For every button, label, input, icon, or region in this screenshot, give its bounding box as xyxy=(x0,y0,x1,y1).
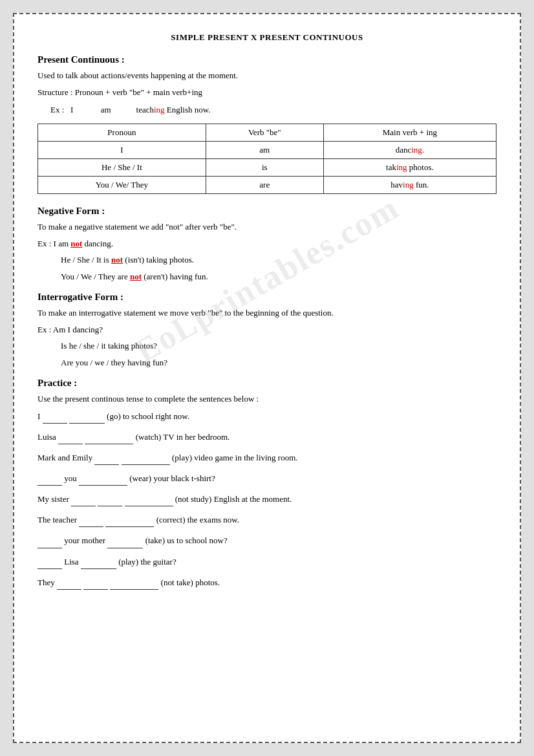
blank-9c[interactable] xyxy=(110,581,158,590)
example-label: Ex : I am teaching English now. xyxy=(50,105,211,114)
not-3: not xyxy=(130,272,142,281)
present-continuous-example: Ex : I am teaching English now. xyxy=(50,102,497,117)
conjugation-table: Pronoun Verb "be" Main verb + ing I am d… xyxy=(37,124,497,194)
practice-instruction: Use the present continous tense to compl… xyxy=(37,393,497,405)
blank-9b[interactable] xyxy=(83,581,108,590)
table-cell-main-3: having fun. xyxy=(323,177,496,194)
blank-5c[interactable] xyxy=(125,497,173,506)
table-cell-main-2: taking photos. xyxy=(323,159,496,177)
blank-6b[interactable] xyxy=(105,518,154,527)
blank-8b[interactable] xyxy=(81,560,116,569)
negative-example-1: Ex : I am not dancing. xyxy=(37,237,497,250)
table-header-pronoun: Pronoun xyxy=(38,124,206,142)
practice-heading: Practice : xyxy=(37,378,497,389)
example-ing: ing xyxy=(154,105,165,114)
blank-5a[interactable] xyxy=(71,497,96,506)
practice-sentence-3: Mark and Emily (play) video game in the … xyxy=(37,451,497,465)
table-header-main: Main verb + ing xyxy=(323,124,496,142)
ing-red-1: ing xyxy=(411,145,422,155)
negative-example-2: He / She / It is not (isn't) taking phot… xyxy=(61,254,497,266)
ing-red-3: ing xyxy=(403,180,414,189)
blank-7b[interactable] xyxy=(107,539,143,548)
table-cell-main-1: dancing. xyxy=(323,142,496,159)
negative-desc: To make a negative statement we add "not… xyxy=(37,221,497,233)
table-cell-verb-1: am xyxy=(206,142,323,159)
blank-4a[interactable] xyxy=(37,477,62,486)
table-cell-pronoun-1: I xyxy=(38,142,206,159)
practice-sentence-1: I (go) to school right now. xyxy=(37,409,497,424)
table-cell-pronoun-3: You / We/ They xyxy=(38,177,206,194)
negative-example-3: You / We / They are not (aren't) having … xyxy=(61,270,497,283)
blank-8a[interactable] xyxy=(37,560,62,569)
practice-sentence-6: The teacher (correct) the exams now. xyxy=(37,513,497,527)
worksheet-page: EoLprintables.com SIMPLE PRESENT X PRESE… xyxy=(13,13,521,743)
table-cell-verb-2: is xyxy=(206,159,323,177)
blank-7a[interactable] xyxy=(37,539,62,548)
ing-red-2: ing xyxy=(396,162,407,172)
practice-sentence-9: They (not take) photos. xyxy=(37,576,497,590)
blank-3a[interactable] xyxy=(94,456,119,465)
table-row: He / She / It is taking photos. xyxy=(38,159,497,177)
blank-1b[interactable] xyxy=(69,415,105,424)
practice-sentence-8: Lisa (play) the guitar? xyxy=(37,555,497,569)
table-cell-verb-3: are xyxy=(206,177,323,194)
table-row: I am dancing. xyxy=(38,142,497,159)
period-1: . xyxy=(422,145,424,155)
present-continuous-heading: Present Continuous : xyxy=(37,54,497,65)
blank-2b[interactable] xyxy=(85,435,133,444)
interrogative-heading: Interrogative Form : xyxy=(37,292,497,303)
blank-1a[interactable] xyxy=(43,415,67,424)
blank-3b[interactable] xyxy=(122,456,170,465)
not-2: not xyxy=(111,255,123,265)
interrogative-example-3: Are you / we / they having fun? xyxy=(61,356,497,369)
practice-sentence-5: My sister (not study) English at the mom… xyxy=(37,492,497,506)
blank-2a[interactable] xyxy=(58,435,83,444)
not-1: not xyxy=(70,239,82,248)
interrogative-example-2: Is he / she / it taking photos? xyxy=(61,340,497,352)
negative-heading: Negative Form : xyxy=(37,206,497,217)
blank-4b[interactable] xyxy=(79,477,127,486)
present-continuous-desc1: Used to talk about actions/events happen… xyxy=(37,69,497,82)
table-row: You / We/ They are having fun. xyxy=(38,177,497,194)
interrogative-desc: To make an interrogative statement we mo… xyxy=(37,307,497,319)
page-title: SIMPLE PRESENT X PRESENT CONTINUOUS xyxy=(37,32,497,43)
interrogative-example-1: Ex : Am I dancing? xyxy=(37,323,497,336)
table-header-verb: Verb "be" xyxy=(206,124,323,142)
practice-sentence-2: Luisa (watch) TV in her bedroom. xyxy=(37,430,497,444)
blank-5b[interactable] xyxy=(98,497,122,506)
present-continuous-desc2: Structure : Pronoun + verb "be" + main v… xyxy=(37,86,497,99)
practice-sentence-4: you (wear) your black t-shirt? xyxy=(37,471,497,486)
table-cell-pronoun-2: He / She / It xyxy=(38,159,206,177)
blank-6a[interactable] xyxy=(79,518,103,527)
practice-sentence-7: your mother (take) us to school now? xyxy=(37,534,497,548)
blank-9a[interactable] xyxy=(57,581,81,590)
